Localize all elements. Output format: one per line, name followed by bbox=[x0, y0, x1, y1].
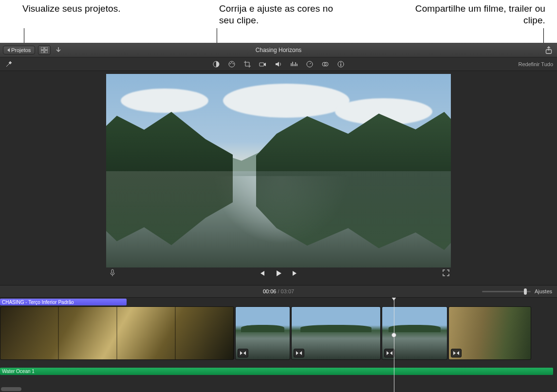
svg-rect-16 bbox=[340, 64, 341, 66]
main-toolbar: Projetos Chasing Horizons bbox=[0, 43, 557, 57]
timeline-scrollbar[interactable] bbox=[1, 387, 21, 391]
annotation-callouts: Visualize seus projetos. Corrija e ajust… bbox=[0, 0, 557, 43]
svg-rect-10 bbox=[260, 63, 264, 66]
transition-icon bbox=[296, 351, 302, 356]
magic-wand-icon bbox=[5, 60, 13, 68]
video-camera-icon bbox=[259, 60, 267, 68]
zoom-slider[interactable] bbox=[482, 291, 531, 292]
volume-button[interactable] bbox=[274, 60, 283, 69]
overlap-circles-icon bbox=[321, 60, 329, 68]
media-library-button[interactable] bbox=[38, 45, 51, 55]
playback-controls bbox=[0, 267, 557, 280]
microphone-icon bbox=[109, 269, 116, 277]
timeline-clip[interactable] bbox=[235, 306, 290, 360]
crop-icon bbox=[243, 60, 251, 68]
reset-all-button[interactable]: Redefinir Tudo bbox=[518, 61, 553, 67]
svg-rect-0 bbox=[41, 47, 44, 50]
timeline[interactable]: CHASING - Terço Inferior Padrão Water Oc… bbox=[0, 298, 557, 392]
speedometer-icon bbox=[306, 60, 314, 68]
transition-badge[interactable] bbox=[294, 349, 304, 357]
svg-point-8 bbox=[231, 62, 232, 63]
playhead-knob[interactable] bbox=[391, 333, 396, 338]
next-frame-button[interactable] bbox=[291, 269, 299, 278]
clip-info-button[interactable] bbox=[336, 60, 345, 69]
stabilization-button[interactable] bbox=[259, 60, 267, 69]
fullscreen-icon bbox=[442, 269, 450, 277]
project-title: Chasing Horizons bbox=[0, 47, 557, 53]
prev-frame-button[interactable] bbox=[258, 269, 266, 278]
adjustment-bar: Redefinir Tudo bbox=[0, 57, 557, 71]
palette-icon bbox=[228, 60, 236, 68]
time-separator: / bbox=[276, 288, 280, 294]
chevron-left-icon bbox=[7, 48, 10, 52]
fullscreen-button[interactable] bbox=[442, 269, 451, 278]
projects-back-label: Projetos bbox=[11, 47, 31, 53]
callout-projects: Visualize seus projetos. bbox=[22, 3, 149, 15]
skip-forward-icon bbox=[292, 270, 298, 277]
clip-filter-button[interactable] bbox=[321, 60, 330, 69]
svg-point-15 bbox=[340, 62, 341, 63]
zoom-slider-knob[interactable] bbox=[524, 288, 527, 295]
crop-button[interactable] bbox=[243, 60, 252, 69]
transition-badge[interactable] bbox=[238, 349, 248, 357]
play-button[interactable] bbox=[274, 269, 283, 278]
play-icon bbox=[275, 269, 282, 277]
color-balance-button[interactable] bbox=[212, 60, 221, 69]
timeline-clip[interactable] bbox=[291, 306, 381, 360]
video-track bbox=[0, 306, 557, 360]
info-icon bbox=[337, 60, 345, 68]
callout-share: Compartilhe um filme, trailer ou clipe. bbox=[399, 3, 545, 26]
playhead[interactable] bbox=[394, 298, 394, 392]
equalizer-icon bbox=[290, 60, 298, 68]
title-clip-label: CHASING - Terço Inferior Padrão bbox=[2, 300, 74, 305]
total-time: 03:07 bbox=[281, 288, 295, 294]
svg-rect-17 bbox=[111, 269, 113, 273]
audio-clip[interactable]: Water Ocean 1 bbox=[0, 368, 553, 375]
time-display: 00:06 / 03:07 bbox=[263, 288, 294, 294]
svg-point-7 bbox=[230, 63, 231, 64]
timeline-clip[interactable] bbox=[448, 306, 531, 360]
audio-clip-label: Water Ocean 1 bbox=[2, 369, 35, 374]
import-button[interactable] bbox=[54, 45, 63, 55]
transition-icon bbox=[240, 351, 246, 356]
timeline-info-bar: 00:06 / 03:07 Ajustes bbox=[0, 285, 557, 298]
transition-badge[interactable] bbox=[451, 349, 462, 357]
speed-button[interactable] bbox=[305, 60, 314, 69]
callout-color: Corrija e ajuste as cores no seu clipe. bbox=[219, 3, 346, 26]
timeline-clip[interactable] bbox=[0, 306, 234, 360]
speaker-icon bbox=[275, 60, 282, 68]
svg-point-6 bbox=[229, 61, 235, 67]
transition-badge[interactable] bbox=[384, 349, 395, 357]
title-clip[interactable]: CHASING - Terço Inferior Padrão bbox=[0, 299, 127, 305]
svg-point-9 bbox=[233, 63, 234, 64]
media-grid-icon bbox=[41, 47, 48, 53]
skip-back-icon bbox=[259, 270, 265, 277]
share-icon bbox=[545, 46, 552, 54]
svg-rect-2 bbox=[41, 51, 44, 53]
download-arrow-icon bbox=[56, 47, 61, 53]
svg-rect-1 bbox=[45, 47, 48, 50]
projects-back-button[interactable]: Projetos bbox=[3, 46, 35, 54]
voiceover-button[interactable] bbox=[109, 269, 118, 278]
preview-viewer bbox=[0, 71, 557, 285]
noise-reduction-button[interactable] bbox=[290, 60, 298, 69]
share-button[interactable] bbox=[543, 45, 554, 55]
imovie-window: Projetos Chasing Horizons bbox=[0, 43, 557, 392]
current-time: 00:06 bbox=[263, 288, 277, 294]
preview-frame[interactable] bbox=[106, 74, 451, 267]
settings-button[interactable]: Ajustes bbox=[535, 288, 552, 294]
svg-rect-3 bbox=[45, 51, 48, 53]
color-correction-button[interactable] bbox=[227, 60, 236, 69]
transition-icon bbox=[453, 351, 460, 356]
color-balance-icon bbox=[212, 60, 220, 68]
magic-wand-button[interactable] bbox=[4, 59, 14, 69]
transition-icon bbox=[386, 351, 393, 356]
